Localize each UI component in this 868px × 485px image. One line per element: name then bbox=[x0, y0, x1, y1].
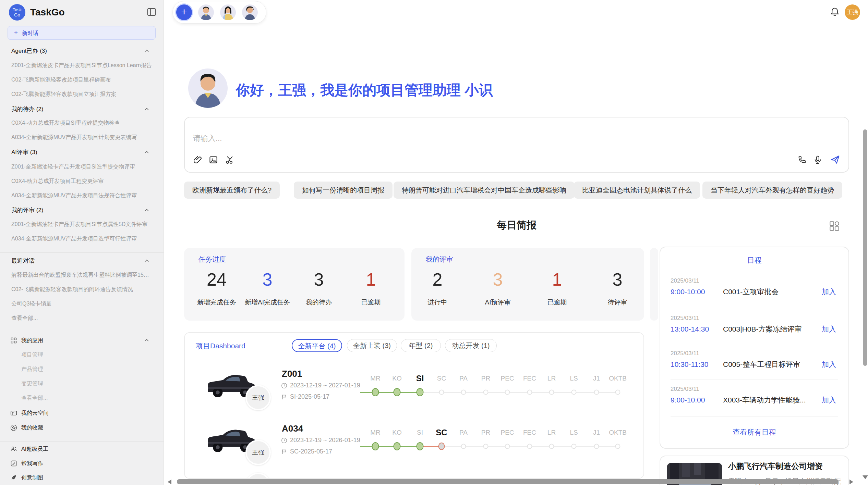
sidebar-item[interactable]: A034-全新新能源MUV产品开发项目计划变更表编写 bbox=[11, 133, 152, 142]
sidebar-item-cloud-space[interactable]: 我的云空间 bbox=[21, 409, 49, 418]
sidebar-item-help-me-write[interactable]: 帮我写作 bbox=[21, 459, 43, 468]
milestone-node[interactable] bbox=[527, 444, 532, 449]
attachment-icon[interactable] bbox=[193, 155, 202, 164]
sidebar-item[interactable]: C02-飞腾新能源轻客改款项目立项汇报方案 bbox=[11, 90, 152, 99]
scissors-icon[interactable] bbox=[225, 155, 234, 164]
sidebar-item[interactable]: Z001-全新燃油皮卡产品开发项目SI节点Lesson Learn报告 bbox=[11, 61, 152, 70]
milestone-node[interactable] bbox=[549, 390, 554, 395]
app-item-change-mgmt[interactable]: 变更管理 bbox=[21, 379, 43, 388]
milestone-node[interactable] bbox=[571, 444, 577, 449]
sidebar-item[interactable]: Z001-全新燃油轻卡产品开发项目SI节点属性5D文件评审 bbox=[11, 220, 152, 229]
milestone-node[interactable] bbox=[417, 388, 424, 396]
section-my-apps[interactable]: 我的应用 bbox=[21, 336, 43, 345]
milestone-node[interactable] bbox=[527, 390, 532, 395]
sidebar-item[interactable]: Z001-全新燃油轻卡产品开发项目SI造型提交物评审 bbox=[11, 162, 152, 171]
project-code[interactable]: Z001 bbox=[282, 369, 302, 379]
milestone-node[interactable] bbox=[505, 444, 510, 449]
scroll-down-arrow[interactable] bbox=[863, 475, 868, 479]
avatar[interactable] bbox=[242, 4, 258, 20]
notification-bell-icon[interactable] bbox=[830, 7, 840, 17]
recent-chat-item[interactable]: C02-飞腾新能源轻客改款项目的闭环通告反馈情况 bbox=[11, 285, 152, 294]
section-recent-chats[interactable]: 最近对话 bbox=[11, 257, 152, 265]
milestone-node[interactable] bbox=[571, 390, 577, 395]
join-button[interactable]: 加入 bbox=[822, 287, 836, 296]
section-agent-done[interactable]: Agent已办 (3) bbox=[11, 47, 152, 55]
chevron-up-icon[interactable] bbox=[144, 338, 149, 343]
event-time: 10:30-11:30 bbox=[671, 360, 709, 369]
sidebar-item[interactable]: A034-全新新能源MUV产品开发项目法规符合性评审 bbox=[11, 191, 152, 200]
milestone-node[interactable] bbox=[461, 444, 466, 449]
milestone-node[interactable] bbox=[483, 390, 489, 395]
milestone-node[interactable] bbox=[394, 388, 401, 396]
horizontal-scrollbar[interactable] bbox=[177, 479, 839, 484]
sidebar-item-ai-super-staff[interactable]: AI超级员工 bbox=[21, 445, 48, 453]
join-button[interactable]: 加入 bbox=[822, 396, 836, 405]
section-ai-review[interactable]: AI评审 (3) bbox=[11, 148, 152, 157]
sidebar-item[interactable]: C02-飞腾新能源轻客改款项目里程碑画布 bbox=[11, 75, 152, 84]
section-my-todo[interactable]: 我的待办 (2) bbox=[11, 105, 152, 114]
avatar[interactable] bbox=[198, 4, 214, 20]
recent-chat-item[interactable]: 解释最新出台的欧盟报废车法规再生塑料比例被调至15%... bbox=[11, 271, 152, 279]
avatar[interactable] bbox=[220, 4, 236, 20]
milestone-node[interactable] bbox=[483, 444, 489, 449]
milestone-node[interactable] bbox=[594, 444, 599, 449]
tab-powertrain-dev[interactable]: 动总开发 (1) bbox=[445, 339, 497, 352]
chevron-up-icon[interactable] bbox=[144, 107, 149, 112]
milestone-node[interactable] bbox=[372, 388, 379, 396]
project-code[interactable]: A034 bbox=[282, 423, 303, 434]
sidebar-collapse-icon[interactable] bbox=[147, 8, 156, 16]
suggestion-chip[interactable]: 当下年轻人对汽车外观有怎样的喜好趋势 bbox=[702, 182, 842, 199]
view-all-apps-link[interactable]: 查看全部... bbox=[21, 394, 48, 402]
tab-new-body[interactable]: 全新上装 (3) bbox=[347, 339, 397, 352]
chevron-up-icon[interactable] bbox=[144, 208, 149, 213]
user-avatar[interactable]: 王强 bbox=[845, 4, 860, 20]
sidebar-item-creative-drawing[interactable]: 创意制图 bbox=[21, 473, 43, 482]
new-chat-button[interactable]: +新对话 bbox=[8, 26, 156, 40]
milestone-node[interactable] bbox=[615, 390, 620, 395]
milestone-node[interactable] bbox=[615, 444, 620, 449]
app-item-product-mgmt[interactable]: 产品管理 bbox=[21, 365, 43, 374]
suggestion-chip[interactable]: 特朗普可能对进口汽车增税会对中国车企造成哪些影响 bbox=[394, 182, 575, 199]
chevron-up-icon[interactable] bbox=[144, 258, 149, 264]
chevron-up-icon[interactable] bbox=[144, 48, 149, 54]
milestone-node[interactable] bbox=[438, 443, 445, 450]
divider bbox=[671, 344, 838, 344]
milestone-node[interactable] bbox=[461, 390, 466, 395]
milestone-node[interactable] bbox=[505, 390, 510, 395]
suggestion-chip[interactable]: 比亚迪全固态电池计划具体说了什么 bbox=[574, 182, 700, 199]
milestone-node[interactable] bbox=[417, 442, 424, 450]
view-all-chats-link[interactable]: 查看全部... bbox=[11, 314, 152, 323]
vertical-scrollbar[interactable] bbox=[863, 129, 867, 366]
section-my-review[interactable]: 我的评审 (2) bbox=[11, 206, 152, 215]
app-item-project-mgmt[interactable]: 项目管理 bbox=[21, 350, 43, 359]
milestone-node[interactable] bbox=[594, 390, 599, 395]
milestone-node[interactable] bbox=[394, 442, 401, 450]
layout-grid-icon[interactable] bbox=[829, 221, 840, 232]
sidebar-item[interactable]: A034-全新新能源MUV产品开发项目造型可行性评审 bbox=[11, 234, 152, 243]
milestone-node[interactable] bbox=[549, 444, 554, 449]
sidebar-item[interactable]: C0X4-动力总成开发项目SI里程碑提交物检查 bbox=[11, 119, 152, 127]
milestone-node[interactable] bbox=[439, 390, 444, 395]
tab-model-year[interactable]: 年型 (2) bbox=[401, 339, 441, 352]
join-button[interactable]: 加入 bbox=[822, 360, 836, 369]
add-session-button[interactable]: + bbox=[176, 4, 192, 20]
image-icon[interactable] bbox=[209, 155, 218, 164]
sidebar-item-favorites[interactable]: 我的收藏 bbox=[21, 423, 43, 432]
milestone-node[interactable] bbox=[372, 442, 379, 450]
mic-icon[interactable] bbox=[813, 155, 822, 164]
tab-new-platform[interactable]: 全新平台 (4) bbox=[292, 339, 342, 352]
phone-icon[interactable] bbox=[797, 155, 806, 164]
chat-input[interactable] bbox=[192, 132, 502, 145]
suggestion-chip[interactable]: 欧洲新规最近颁布了什么? bbox=[184, 182, 280, 199]
sidebar-item[interactable]: C0X4-动力总成开发项目工程变更评审 bbox=[11, 177, 152, 186]
milestone-label: SC bbox=[437, 373, 446, 384]
suggestion-chip[interactable]: 如何写一份清晰的项目周报 bbox=[294, 182, 393, 199]
view-all-schedule-link[interactable]: 查看所有日程 bbox=[660, 427, 848, 437]
scroll-right-arrow[interactable] bbox=[849, 480, 853, 484]
divider bbox=[0, 252, 164, 253]
chevron-up-icon[interactable] bbox=[144, 150, 149, 155]
join-button[interactable]: 加入 bbox=[822, 325, 836, 334]
send-icon[interactable] bbox=[830, 154, 840, 165]
scroll-left-arrow[interactable] bbox=[168, 480, 171, 484]
recent-chat-item[interactable]: 公司Q3轻卡销量 bbox=[11, 299, 152, 308]
